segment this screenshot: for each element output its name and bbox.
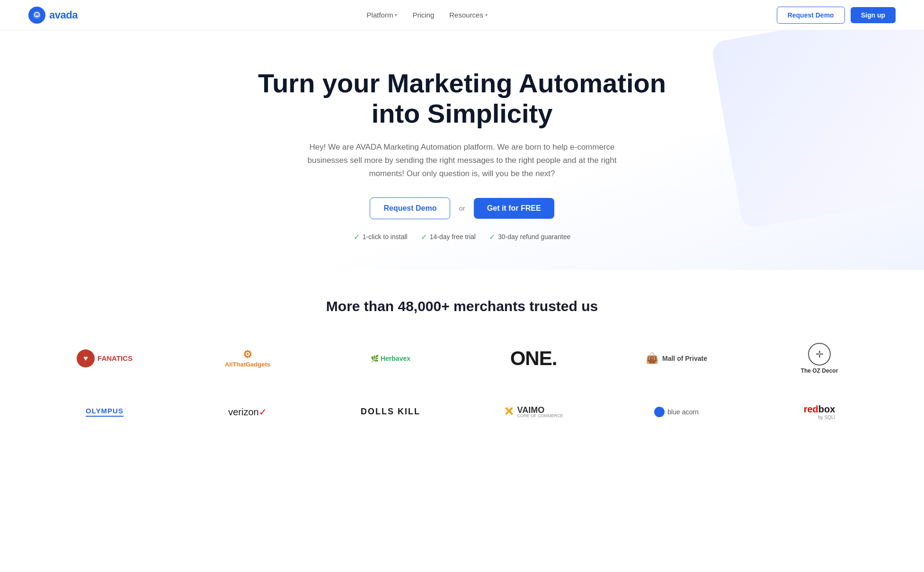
fork-icon: ⚙	[225, 349, 270, 361]
check-icon: ✓	[354, 232, 360, 241]
vaimo-x-icon: ✕	[504, 404, 514, 419]
badge-install: ✓ 1-click to install	[354, 232, 408, 241]
badge-refund: ✓ 30-day refund guarantee	[489, 232, 570, 241]
brand-one: ONE.	[506, 340, 562, 377]
nav-pricing[interactable]: Pricing	[412, 11, 434, 19]
brand-redbox: redbox by SQLI	[799, 393, 840, 431]
chevron-down-icon: ▾	[485, 12, 488, 18]
nav-resources[interactable]: Resources ▾	[449, 11, 488, 19]
brand-herbavex: 🌿 Herbavex	[366, 340, 415, 377]
hero-badges: ✓ 1-click to install ✓ 14-day free trial…	[19, 232, 905, 241]
logo-text: avada	[49, 9, 78, 21]
fanatics-heart-icon: ♥	[77, 349, 95, 367]
nav-platform[interactable]: Platform ▾	[367, 11, 398, 19]
brand-vaimo: ✕ VAIMO CORE OF COMMERCE	[499, 393, 568, 431]
get-free-button[interactable]: Get it for FREE	[474, 198, 554, 219]
brand-ozdecor: ✛ The OZ Decor	[796, 338, 843, 379]
request-demo-nav-button[interactable]: Request Demo	[777, 7, 845, 24]
logo-icon	[28, 7, 45, 24]
brand-blueacorn: blue acorn	[649, 393, 703, 431]
acorn-icon	[654, 407, 665, 417]
hero-cta-group: Request Demo or Get it for FREE	[19, 197, 905, 219]
check-icon: ✓	[421, 232, 427, 241]
brand-olympus: OLYMPUS	[81, 393, 128, 431]
nav-actions: Request Demo Sign up	[777, 7, 896, 24]
brand-verizon: verizon✓	[223, 393, 271, 431]
logo[interactable]: avada	[28, 7, 78, 24]
brand-fanatics: ♥ FANATICS	[72, 340, 137, 377]
svg-point-1	[36, 15, 38, 17]
trusted-heading: More than 48,000+ merchants trusted us	[38, 298, 886, 314]
bag-icon: 👜	[646, 352, 658, 365]
navbar: avada Platform ▾ Pricing Resources ▾ Req…	[0, 0, 924, 30]
badge-trial: ✓ 14-day free trial	[421, 232, 476, 241]
ozdecor-circle-logo: ✛	[808, 343, 831, 366]
brand-mallofprivate: 👜 Mall of Private	[641, 340, 712, 377]
cross-icon: ✛	[816, 349, 824, 360]
trusted-section: More than 48,000+ merchants trusted us ♥…	[0, 270, 924, 459]
nav-links: Platform ▾ Pricing Resources ▾	[367, 11, 488, 19]
brand-dollskill: DOLLS KILL	[356, 393, 425, 431]
hero-heading: Turn your Marketing Automation into Simp…	[249, 68, 675, 129]
request-demo-hero-button[interactable]: Request Demo	[370, 197, 450, 219]
leaf-icon: 🌿	[371, 355, 379, 362]
cta-or-text: or	[459, 204, 465, 212]
sign-up-button[interactable]: Sign up	[851, 7, 896, 23]
check-icon: ✓	[489, 232, 495, 241]
hero-subtext: Hey! We are AVADA Marketing Automation p…	[301, 141, 623, 180]
hero-section: Turn your Marketing Automation into Simp…	[0, 30, 924, 270]
brand-logo-grid: ♥ FANATICS ⚙ AllThatGadgets 🌿 Herbavex O…	[38, 338, 886, 431]
chevron-down-icon: ▾	[395, 12, 397, 18]
brand-allthat: ⚙ AllThatGadgets	[220, 340, 275, 377]
verizon-checkmark-icon: ✓	[259, 407, 267, 417]
